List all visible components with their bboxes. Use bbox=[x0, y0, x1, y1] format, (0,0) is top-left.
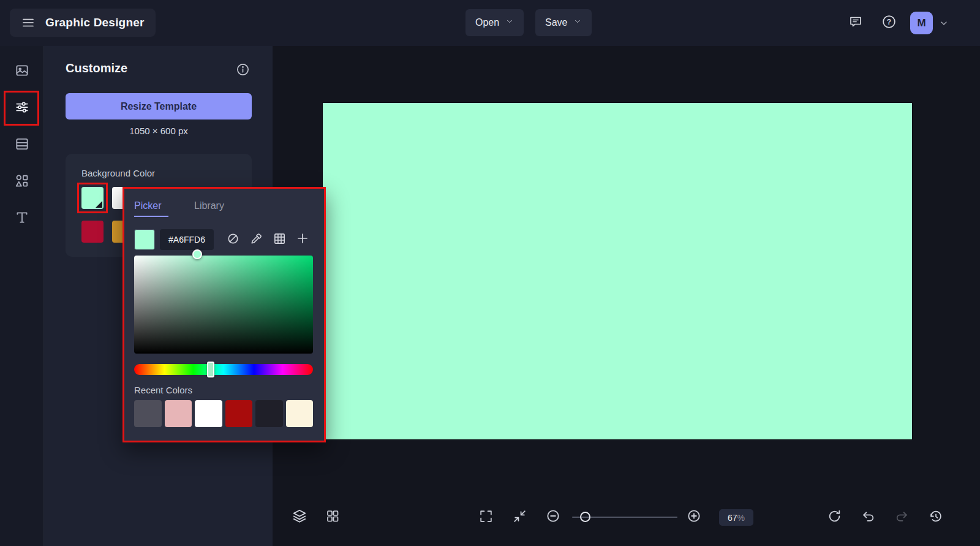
history-button[interactable] bbox=[925, 507, 945, 527]
adjust-sliders-icon bbox=[14, 99, 30, 118]
no-color-button[interactable] bbox=[224, 231, 241, 248]
collapse-inward-icon bbox=[512, 509, 527, 526]
zoom-out-button[interactable] bbox=[543, 507, 563, 527]
zoom-level-badge[interactable]: 67% bbox=[719, 509, 753, 526]
shapes-icon bbox=[14, 173, 30, 191]
active-tab-underline bbox=[134, 216, 168, 217]
zoom-in-button[interactable] bbox=[684, 507, 704, 527]
zoom-value: 67 bbox=[728, 513, 737, 523]
recent-swatch[interactable] bbox=[225, 400, 253, 427]
account-chevron-down-icon[interactable] bbox=[939, 18, 949, 31]
recent-swatch[interactable] bbox=[255, 400, 283, 427]
panel-title: Customize bbox=[66, 61, 127, 75]
bg-swatch-mint[interactable] bbox=[81, 187, 104, 209]
sidebar-item-shapes[interactable] bbox=[10, 170, 34, 194]
left-icon-rail bbox=[0, 46, 44, 546]
hue-slider[interactable] bbox=[134, 364, 313, 375]
chevron-down-icon bbox=[573, 17, 582, 28]
hue-slider-handle[interactable] bbox=[207, 362, 214, 377]
current-color-swatch[interactable] bbox=[134, 229, 155, 250]
grid-view-button[interactable] bbox=[323, 507, 342, 527]
grid-view-icon bbox=[325, 509, 340, 526]
tab-library[interactable]: Library bbox=[194, 200, 224, 211]
pages-icon bbox=[14, 136, 30, 154]
eyedropper-icon bbox=[249, 232, 263, 248]
help-icon: ? bbox=[881, 14, 897, 32]
hex-color-input[interactable] bbox=[160, 229, 214, 250]
undo-button[interactable] bbox=[858, 507, 878, 527]
app-window: Graphic Designer Open Save bbox=[0, 0, 980, 546]
redo-button[interactable] bbox=[892, 507, 911, 527]
saturation-brightness-area[interactable] bbox=[134, 256, 313, 354]
fit-to-screen-button[interactable] bbox=[510, 507, 529, 527]
color-grid-button[interactable] bbox=[271, 231, 288, 248]
sidebar-item-text[interactable] bbox=[10, 207, 34, 231]
add-color-button[interactable] bbox=[294, 231, 311, 248]
redo-icon bbox=[894, 509, 910, 526]
gradient-corner-marker bbox=[96, 201, 102, 208]
sidebar-item-customize[interactable] bbox=[10, 96, 34, 121]
undo-icon bbox=[861, 509, 876, 526]
sync-icon bbox=[827, 509, 842, 526]
recent-colors-row bbox=[134, 400, 313, 427]
save-button[interactable]: Save bbox=[535, 9, 592, 36]
recent-swatch[interactable] bbox=[134, 400, 162, 427]
app-title: Graphic Designer bbox=[45, 16, 145, 29]
zoom-out-icon bbox=[545, 508, 561, 526]
fullscreen-expand-icon bbox=[478, 509, 494, 526]
plus-icon bbox=[295, 231, 310, 248]
recent-swatch[interactable] bbox=[195, 400, 222, 427]
sidebar-item-images[interactable] bbox=[10, 59, 34, 84]
background-color-label: Background Color bbox=[81, 168, 155, 178]
resize-template-button[interactable]: Resize Template bbox=[66, 93, 252, 119]
zoom-in-icon bbox=[686, 508, 702, 526]
help-button[interactable]: ? bbox=[876, 10, 902, 36]
design-canvas[interactable] bbox=[323, 103, 912, 439]
brand: Graphic Designer bbox=[10, 9, 156, 37]
layers-button[interactable] bbox=[290, 507, 309, 527]
zoom-unit: % bbox=[737, 513, 745, 523]
open-button[interactable]: Open bbox=[466, 9, 524, 36]
feedback-comment-button[interactable] bbox=[843, 10, 869, 36]
svg-text:?: ? bbox=[886, 17, 891, 26]
grid-icon bbox=[273, 232, 287, 248]
recent-swatch[interactable] bbox=[286, 400, 314, 427]
saturation-handle[interactable] bbox=[192, 249, 202, 259]
hamburger-menu-icon[interactable] bbox=[21, 15, 36, 30]
zoom-slider-handle[interactable] bbox=[580, 512, 590, 522]
tab-picker[interactable]: Picker bbox=[134, 200, 161, 211]
recent-colors-label: Recent Colors bbox=[134, 385, 192, 395]
chevron-down-icon bbox=[505, 17, 514, 28]
fullscreen-button[interactable] bbox=[476, 507, 496, 527]
layers-icon bbox=[292, 508, 307, 526]
eyedropper-button[interactable] bbox=[247, 231, 265, 248]
recent-swatch[interactable] bbox=[165, 400, 192, 427]
avatar[interactable]: M bbox=[910, 12, 933, 34]
bg-swatch-crimson[interactable] bbox=[81, 221, 104, 243]
refresh-canvas-button[interactable] bbox=[824, 507, 844, 527]
no-color-icon bbox=[226, 232, 240, 248]
text-icon bbox=[14, 210, 30, 228]
image-icon bbox=[14, 63, 30, 81]
top-bar: Graphic Designer Open Save bbox=[0, 0, 980, 46]
info-icon[interactable] bbox=[236, 63, 251, 77]
sidebar-item-pages[interactable] bbox=[10, 133, 34, 157]
history-clock-icon bbox=[928, 509, 943, 526]
comment-icon bbox=[848, 14, 863, 31]
template-dimensions: 1050 × 600 px bbox=[66, 126, 252, 136]
